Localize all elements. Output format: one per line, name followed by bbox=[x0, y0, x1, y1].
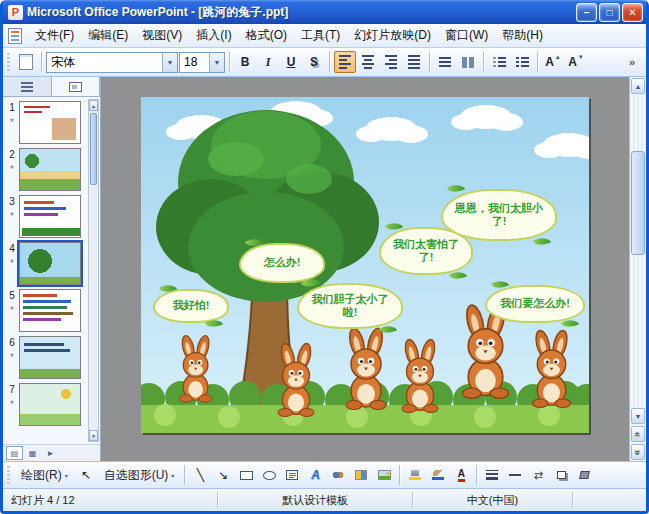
toolbar-grip[interactable] bbox=[7, 53, 10, 71]
shadow-style-button[interactable] bbox=[550, 464, 572, 486]
slide-item-1[interactable]: 1★ bbox=[5, 101, 86, 144]
next-slide-icon: » bbox=[633, 449, 644, 455]
menu-edit[interactable]: 编辑(E) bbox=[81, 24, 135, 47]
align-center-button[interactable] bbox=[357, 51, 379, 73]
slide-item-7[interactable]: 7★ bbox=[5, 383, 86, 426]
oval-tool-button[interactable] bbox=[258, 464, 280, 486]
vertical-scrollbar[interactable]: ▲ ▼ « » bbox=[629, 77, 646, 461]
toolbar-options-button[interactable]: » bbox=[621, 51, 643, 73]
normal-view-button[interactable]: ▤ bbox=[6, 446, 23, 460]
slide-thumbnail[interactable] bbox=[19, 148, 81, 191]
increase-font-size-button[interactable]: A▲ bbox=[542, 51, 564, 73]
fill-color-button[interactable] bbox=[404, 464, 426, 486]
rectangle-tool-button[interactable] bbox=[235, 464, 257, 486]
justify-button[interactable] bbox=[403, 51, 425, 73]
select-objects-button[interactable]: ↖ bbox=[75, 464, 97, 486]
slide-thumbnail[interactable] bbox=[19, 383, 81, 426]
chevron-down-icon[interactable]: ▼ bbox=[209, 53, 224, 72]
3d-style-button[interactable] bbox=[573, 464, 595, 486]
title-bar[interactable]: P Microsoft Office PowerPoint - [跳河的兔子.p… bbox=[3, 0, 646, 24]
font-color-button[interactable]: A bbox=[450, 464, 472, 486]
speech-bubble[interactable]: 恩恩，我们太胆小了! bbox=[441, 189, 557, 241]
menu-view[interactable]: 视图(V) bbox=[135, 24, 189, 47]
slide-item-4[interactable]: 4★ bbox=[5, 242, 86, 285]
toolbar-grip[interactable] bbox=[7, 466, 10, 484]
slide-canvas[interactable]: 我好怕! 怎么办! 我们胆子太小了啦! 我们太害怕了了! 恩恩，我们太胆小了! … bbox=[141, 97, 589, 433]
align-center-icon bbox=[362, 55, 374, 69]
columns-button[interactable] bbox=[457, 51, 479, 73]
speech-bubble[interactable]: 我们胆子太小了啦! bbox=[297, 283, 403, 329]
dash-style-button[interactable] bbox=[504, 464, 526, 486]
scrollbar-thumb[interactable] bbox=[631, 151, 645, 255]
clipart-icon bbox=[355, 470, 367, 480]
design-template-status[interactable]: 默认设计模板 bbox=[218, 492, 413, 508]
arrow-tool-button[interactable]: ↘ bbox=[212, 464, 234, 486]
slide-item-3[interactable]: 3★ bbox=[5, 195, 86, 238]
line-spacing-button[interactable] bbox=[434, 51, 456, 73]
align-left-icon bbox=[339, 55, 351, 69]
slide-thumbnail[interactable] bbox=[19, 101, 81, 144]
slideshow-view-button[interactable]: ► bbox=[42, 446, 59, 460]
slide-thumbnail[interactable] bbox=[19, 195, 81, 238]
speech-bubble[interactable]: 我好怕! bbox=[153, 289, 229, 323]
new-slide-button[interactable] bbox=[15, 51, 37, 73]
menu-tools[interactable]: 工具(T) bbox=[294, 24, 347, 47]
decrease-font-size-button[interactable]: A▼ bbox=[565, 51, 587, 73]
line-style-button[interactable] bbox=[481, 464, 503, 486]
slide-item-5[interactable]: 5★ bbox=[5, 289, 86, 332]
align-left-button[interactable] bbox=[334, 51, 356, 73]
menu-file[interactable]: 文件(F) bbox=[28, 24, 81, 47]
insert-picture-button[interactable] bbox=[373, 464, 395, 486]
tab-outline[interactable] bbox=[3, 77, 52, 96]
menu-insert[interactable]: 插入(I) bbox=[189, 24, 238, 47]
textbox-tool-button[interactable] bbox=[281, 464, 303, 486]
scroll-down-button[interactable]: ▼ bbox=[631, 408, 645, 424]
italic-button[interactable]: I bbox=[257, 51, 279, 73]
menu-window[interactable]: 窗口(W) bbox=[438, 24, 495, 47]
draw-menu-button[interactable]: 绘图(R) ▾ bbox=[15, 465, 74, 486]
slide-item-2[interactable]: 2★ bbox=[5, 148, 86, 191]
scroll-up-button[interactable]: ▲ bbox=[631, 78, 645, 94]
underline-button[interactable]: U bbox=[280, 51, 302, 73]
next-slide-button[interactable]: » bbox=[631, 444, 645, 460]
close-button[interactable]: ✕ bbox=[622, 3, 643, 22]
maximize-button[interactable]: □ bbox=[599, 3, 620, 22]
diagram-button[interactable] bbox=[327, 464, 349, 486]
slide-sorter-view-button[interactable]: ▦ bbox=[24, 446, 41, 460]
clipart-button[interactable] bbox=[350, 464, 372, 486]
bold-button[interactable]: B bbox=[234, 51, 256, 73]
align-right-button[interactable] bbox=[380, 51, 402, 73]
autoshapes-menu-button[interactable]: 自选图形(U) ▾ bbox=[98, 465, 181, 486]
shadow-style-icon bbox=[557, 471, 566, 479]
font-name-select[interactable]: 宋体 ▼ bbox=[46, 52, 178, 73]
scroll-down-button[interactable]: ▼ bbox=[89, 430, 98, 441]
line-tool-button[interactable]: ╲ bbox=[189, 464, 211, 486]
slide-thumbnail[interactable] bbox=[19, 336, 81, 379]
numbered-list-button[interactable] bbox=[488, 51, 510, 73]
slide-thumbnail[interactable] bbox=[19, 242, 81, 285]
minimize-button[interactable]: – bbox=[576, 3, 597, 22]
tab-slides[interactable] bbox=[52, 77, 101, 96]
wordart-button[interactable]: A bbox=[304, 464, 326, 486]
text-shadow-button[interactable]: S bbox=[303, 51, 325, 73]
scroll-up-button[interactable]: ▲ bbox=[89, 100, 98, 111]
previous-slide-button[interactable]: « bbox=[631, 426, 645, 442]
slide-thumbnail[interactable] bbox=[19, 289, 81, 332]
scrollbar-track[interactable] bbox=[631, 95, 645, 407]
menu-slideshow[interactable]: 幻灯片放映(D) bbox=[347, 24, 438, 47]
chevron-down-icon[interactable]: ▼ bbox=[162, 53, 177, 72]
line-color-button[interactable] bbox=[427, 464, 449, 486]
font-size-select[interactable]: 18 ▼ bbox=[179, 52, 225, 73]
slide-number: 1 bbox=[9, 102, 15, 113]
slide-item-6[interactable]: 6★ bbox=[5, 336, 86, 379]
bullet-list-button[interactable] bbox=[511, 51, 533, 73]
panel-scrollbar[interactable]: ▲ ▼ bbox=[88, 99, 99, 442]
scrollbar-thumb[interactable] bbox=[90, 113, 97, 185]
menu-help[interactable]: 帮助(H) bbox=[495, 24, 550, 47]
language-status[interactable]: 中文(中国) bbox=[413, 492, 573, 508]
menu-format[interactable]: 格式(O) bbox=[239, 24, 294, 47]
arrow-style-button[interactable]: ⇄ bbox=[527, 464, 549, 486]
speech-bubble[interactable]: 怎么办! bbox=[239, 243, 325, 283]
speech-bubble[interactable]: 我们要怎么办! bbox=[485, 285, 585, 323]
font-color-icon: A bbox=[458, 469, 465, 482]
